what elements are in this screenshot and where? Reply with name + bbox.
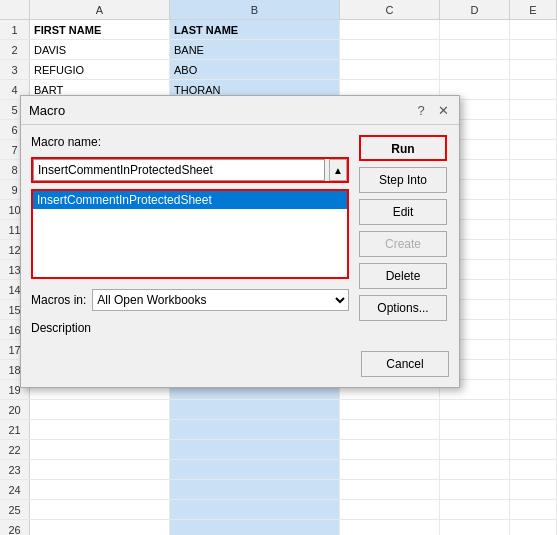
cell-e19[interactable]	[510, 380, 557, 399]
macro-list[interactable]: InsertCommentInProtectedSheet	[31, 189, 349, 279]
cell-d22[interactable]	[440, 440, 510, 459]
cell-a21[interactable]	[30, 420, 170, 439]
cell-d1[interactable]	[440, 20, 510, 39]
col-header-c[interactable]: C	[340, 0, 440, 19]
cell-c1[interactable]	[340, 20, 440, 39]
row-number: 1	[0, 20, 30, 39]
cell-d23[interactable]	[440, 460, 510, 479]
cell-e26[interactable]	[510, 520, 557, 535]
cell-c22[interactable]	[340, 440, 440, 459]
cell-b21[interactable]	[170, 420, 340, 439]
cell-e21[interactable]	[510, 420, 557, 439]
cell-a1[interactable]: FIRST NAME	[30, 20, 170, 39]
cell-e18[interactable]	[510, 360, 557, 379]
dialog-title-buttons: ? ✕	[413, 102, 451, 118]
cell-b1[interactable]: LAST NAME	[170, 20, 340, 39]
cell-e15[interactable]	[510, 300, 557, 319]
cell-a25[interactable]	[30, 500, 170, 519]
cell-c21[interactable]	[340, 420, 440, 439]
cell-d24[interactable]	[440, 480, 510, 499]
cell-e2[interactable]	[510, 40, 557, 59]
cell-e10[interactable]	[510, 200, 557, 219]
cell-e8[interactable]	[510, 160, 557, 179]
cell-e22[interactable]	[510, 440, 557, 459]
cell-a2[interactable]: DAVIS	[30, 40, 170, 59]
cell-c24[interactable]	[340, 480, 440, 499]
description-label: Description	[31, 321, 349, 335]
col-header-e[interactable]: E	[510, 0, 557, 19]
cell-a23[interactable]	[30, 460, 170, 479]
cell-d26[interactable]	[440, 520, 510, 535]
cell-e11[interactable]	[510, 220, 557, 239]
macros-in-row: Macros in: All Open Workbooks	[31, 289, 349, 311]
cell-d20[interactable]	[440, 400, 510, 419]
cell-b25[interactable]	[170, 500, 340, 519]
step-into-button[interactable]: Step Into	[359, 167, 447, 193]
create-button[interactable]: Create	[359, 231, 447, 257]
cell-e7[interactable]	[510, 140, 557, 159]
cell-e3[interactable]	[510, 60, 557, 79]
cell-d2[interactable]	[440, 40, 510, 59]
cell-a3[interactable]: REFUGIO	[30, 60, 170, 79]
cell-e9[interactable]	[510, 180, 557, 199]
table-row: 25	[0, 500, 557, 520]
macro-name-row: ▲	[31, 157, 349, 183]
cell-e25[interactable]	[510, 500, 557, 519]
cell-b3[interactable]: ABO	[170, 60, 340, 79]
cell-b26[interactable]	[170, 520, 340, 535]
cell-e6[interactable]	[510, 120, 557, 139]
cell-b2[interactable]: BANE	[170, 40, 340, 59]
cell-e17[interactable]	[510, 340, 557, 359]
cell-e13[interactable]	[510, 260, 557, 279]
col-header-a[interactable]: A	[30, 0, 170, 19]
cell-b22[interactable]	[170, 440, 340, 459]
row-number: 23	[0, 460, 30, 479]
macro-list-item[interactable]: InsertCommentInProtectedSheet	[33, 191, 347, 209]
table-row: 22	[0, 440, 557, 460]
cell-b24[interactable]	[170, 480, 340, 499]
cell-d21[interactable]	[440, 420, 510, 439]
cell-a20[interactable]	[30, 400, 170, 419]
cell-c3[interactable]	[340, 60, 440, 79]
cell-c26[interactable]	[340, 520, 440, 535]
cell-a24[interactable]	[30, 480, 170, 499]
cell-e23[interactable]	[510, 460, 557, 479]
cell-b20[interactable]	[170, 400, 340, 419]
cell-e24[interactable]	[510, 480, 557, 499]
cancel-button[interactable]: Cancel	[361, 351, 449, 377]
table-row: 20	[0, 400, 557, 420]
col-header-b[interactable]: B	[170, 0, 340, 19]
row-number: 3	[0, 60, 30, 79]
edit-button[interactable]: Edit	[359, 199, 447, 225]
delete-button[interactable]: Delete	[359, 263, 447, 289]
close-button[interactable]: ✕	[435, 102, 451, 118]
cell-c2[interactable]	[340, 40, 440, 59]
row-number: 25	[0, 500, 30, 519]
cell-e5[interactable]	[510, 100, 557, 119]
run-button[interactable]: Run	[359, 135, 447, 161]
dialog-title: Macro	[29, 103, 65, 118]
cell-d3[interactable]	[440, 60, 510, 79]
cell-e14[interactable]	[510, 280, 557, 299]
cell-c20[interactable]	[340, 400, 440, 419]
cell-c25[interactable]	[340, 500, 440, 519]
cell-e20[interactable]	[510, 400, 557, 419]
cell-c23[interactable]	[340, 460, 440, 479]
help-button[interactable]: ?	[413, 102, 429, 118]
col-header-d[interactable]: D	[440, 0, 510, 19]
macro-name-input[interactable]	[33, 159, 325, 181]
macro-dialog: Macro ? ✕ Macro name: ▲ InsertCommentInP…	[20, 95, 460, 388]
cell-d25[interactable]	[440, 500, 510, 519]
macros-in-select[interactable]: All Open Workbooks	[92, 289, 349, 311]
cell-e4[interactable]	[510, 80, 557, 99]
table-row: 1FIRST NAMELAST NAME	[0, 20, 557, 40]
cell-b23[interactable]	[170, 460, 340, 479]
cell-e12[interactable]	[510, 240, 557, 259]
cell-a26[interactable]	[30, 520, 170, 535]
dialog-titlebar: Macro ? ✕	[21, 96, 459, 125]
options-button[interactable]: Options...	[359, 295, 447, 321]
cell-e16[interactable]	[510, 320, 557, 339]
cell-e1[interactable]	[510, 20, 557, 39]
macro-name-scroll-btn[interactable]: ▲	[329, 159, 347, 181]
cell-a22[interactable]	[30, 440, 170, 459]
